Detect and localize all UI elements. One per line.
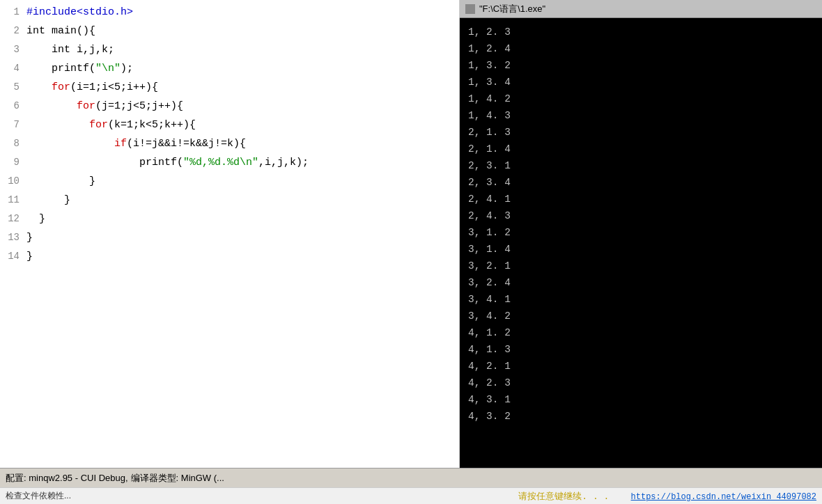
code-content: 1 #include<stdio.h> 2 int main(){ 3 int … — [0, 0, 459, 468]
code-line-3: 3 int i,j,k; — [0, 40, 459, 59]
code-line-10: 10 } — [0, 172, 459, 191]
terminal-output-line-8: 2, 1. 4 — [468, 141, 814, 157]
code-line-5: 5 for(i=1;i<5;i++){ — [0, 78, 459, 97]
code-line-14: 14 } — [0, 247, 459, 266]
line-num-10: 10 — [0, 172, 26, 190]
code-line-9: 9 printf("%d,%d.%d\n",i,j,k); — [0, 153, 459, 172]
line-num-13: 13 — [0, 228, 26, 246]
terminal-output-line-20: 4, 1. 3 — [468, 341, 814, 358]
line-num-14: 14 — [0, 247, 26, 265]
terminal-output-line-21: 4, 2. 1 — [468, 358, 814, 375]
code-line-12: 12 } — [0, 210, 459, 228]
code-text-9: printf("%d,%d.%d\n",i,j,k); — [26, 154, 459, 172]
status-bar: 配置: minqw2.95 - CUI Debug, 编译器类型: MinGW … — [0, 468, 822, 487]
line-num-11: 11 — [0, 191, 26, 209]
code-text-5: for(i=1;i<5;i++){ — [26, 79, 459, 97]
code-text-8: if(i!=j&&i!=k&&j!=k){ — [26, 135, 459, 153]
terminal-output-line-6: 1, 4. 3 — [468, 107, 814, 124]
terminal-output-line-15: 3, 2. 1 — [468, 258, 814, 274]
code-line-6: 6 for(j=1;j<5;j++){ — [0, 97, 459, 116]
terminal-output-line-13: 3, 1. 2 — [468, 224, 814, 241]
terminal-output-line-10: 2, 3. 4 — [468, 174, 814, 191]
line-num-4: 4 — [0, 59, 26, 77]
terminal-output-line-17: 3, 4. 1 — [468, 291, 814, 308]
code-text-13: } — [26, 229, 459, 247]
line-num-3: 3 — [0, 40, 26, 58]
terminal-output-line-5: 1, 4. 2 — [468, 90, 814, 107]
code-text-10: } — [26, 173, 459, 191]
terminal-output-line-16: 3, 2. 4 — [468, 274, 814, 291]
code-panel: 1 #include<stdio.h> 2 int main(){ 3 int … — [0, 0, 460, 468]
terminal-output-line-14: 3, 1. 4 — [468, 241, 814, 258]
status-config: 配置: minqw2.95 - CUI Debug, 编译器类型: MinGW … — [6, 472, 224, 485]
check-deps-text: 检查文件依赖性... — [6, 490, 71, 502]
terminal-output-line-9: 2, 3. 1 — [468, 157, 814, 174]
bottom-bar: 检查文件依赖性... 请按任意键继续. . . https://blog.csd… — [0, 487, 822, 504]
status-compiler-text: 编译器类型: MinGW (... — [131, 472, 224, 485]
code-line-11: 11 } — [0, 191, 459, 210]
code-line-1: 1 #include<stdio.h> — [0, 3, 459, 22]
press-any-key-text: 请按任意键继续. . . https://blog.csdn.net/weixi… — [518, 490, 816, 503]
terminal-body: 1, 2. 3 1, 2. 4 1, 3. 2 1, 3. 4 1, 4. 2 … — [460, 18, 822, 468]
line-num-2: 2 — [0, 22, 26, 40]
terminal-output-line-19: 4, 1. 2 — [468, 324, 814, 341]
code-text-6: for(j=1;j<5;j++){ — [26, 97, 459, 116]
code-text-4: printf("\n"); — [26, 60, 459, 78]
line-num-8: 8 — [0, 134, 26, 152]
line-num-7: 7 — [0, 116, 26, 134]
terminal-output-line-3: 1, 3. 2 — [468, 57, 814, 74]
terminal-output-line-4: 1, 3. 4 — [468, 74, 814, 90]
code-line-13: 13 } — [0, 228, 459, 247]
line-num-6: 6 — [0, 97, 26, 115]
code-line-2: 2 int main(){ — [0, 22, 459, 40]
code-text-14: } — [26, 248, 459, 266]
code-line-4: 4 printf("\n"); — [0, 59, 459, 78]
terminal-output-line-2: 1, 2. 4 — [468, 40, 814, 57]
line-num-12: 12 — [0, 210, 26, 228]
code-line-8: 8 if(i!=j&&i!=k&&j!=k){ — [0, 134, 459, 153]
terminal-output-line-1: 1, 2. 3 — [468, 24, 814, 40]
line-num-9: 9 — [0, 153, 26, 171]
code-text-11: } — [26, 191, 459, 210]
code-text-2: int main(){ — [26, 22, 459, 40]
code-text-12: } — [26, 210, 459, 228]
main-area: 1 #include<stdio.h> 2 int main(){ 3 int … — [0, 0, 822, 468]
status-config-text: 配置: minqw2.95 - CUI Debug, — [6, 472, 128, 485]
terminal-output-line-7: 2, 1. 3 — [468, 124, 814, 141]
line-num-1: 1 — [0, 3, 26, 21]
code-text-3: int i,j,k; — [26, 41, 459, 59]
line-num-5: 5 — [0, 78, 26, 96]
code-text-7: for(k=1;k<5;k++){ — [26, 116, 459, 134]
terminal-output-line-12: 2, 4. 3 — [468, 207, 814, 224]
terminal-output-line-18: 3, 4. 2 — [468, 308, 814, 324]
terminal-title: "F:\C语言\1.exe" — [479, 3, 545, 15]
code-text-1: #include<stdio.h> — [26, 3, 459, 22]
terminal-titlebar: "F:\C语言\1.exe" — [460, 0, 822, 18]
terminal-window-icon — [465, 4, 475, 14]
terminal-output-line-23: 4, 3. 1 — [468, 391, 814, 408]
terminal-output-line-11: 2, 4. 1 — [468, 191, 814, 207]
terminal-output-line-24: 4, 3. 2 — [468, 408, 814, 425]
blog-link[interactable]: https://blog.csdn.net/weixin_44097082 — [631, 492, 816, 502]
code-line-7: 7 for(k=1;k<5;k++){ — [0, 116, 459, 134]
terminal-panel: "F:\C语言\1.exe" 1, 2. 3 1, 2. 4 1, 3. 2 1… — [460, 0, 822, 468]
terminal-output-line-22: 4, 2. 3 — [468, 375, 814, 391]
